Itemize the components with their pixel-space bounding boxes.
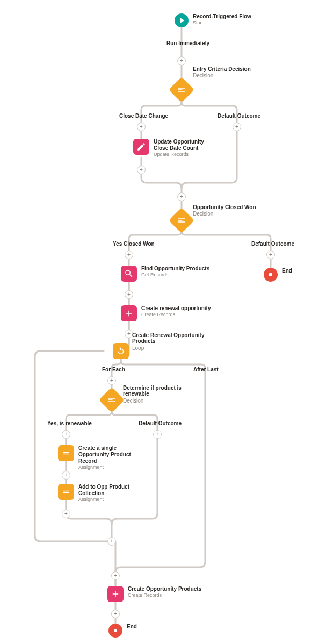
add-element-button[interactable]: + [177,192,186,201]
decision-icon [99,387,125,413]
start-node[interactable]: Record-Triggered Flow Start [175,13,251,27]
create-records-icon [107,586,124,602]
add-element-button[interactable]: + [111,610,120,618]
branch-yes-renewable: Yes, is renewable [47,420,92,426]
assignment-icon [58,445,74,461]
loop-node[interactable] [113,343,129,359]
get-records-title: Find Opportunity Products [141,266,209,272]
create-records-subtitle: Create Records [141,312,211,318]
add-element-button[interactable]: + [111,571,120,580]
assignment-subtitle-2: Assignment [78,497,143,503]
play-icon [175,13,189,27]
assignment-icon [58,484,74,500]
closed-won-subtitle: Decision [193,211,213,217]
add-element-button[interactable]: + [62,430,70,439]
end-node-1[interactable]: End [264,268,292,282]
assignment-subtitle: Assignment [78,464,148,470]
determine-title: Determine if product is renewable [123,385,187,397]
end-label-2: End [127,624,137,630]
branch-default-1: Default Outcome [218,113,260,119]
get-records-icon [121,266,137,282]
create-opportunity-products[interactable]: Create Opportunity Products Create Recor… [107,586,201,602]
add-element-button[interactable]: + [62,471,70,480]
decision-entry-criteria[interactable] [172,81,191,99]
add-element-button[interactable]: + [107,376,116,385]
add-to-collection[interactable]: Add to Opp Product Collection Assignment [58,484,143,503]
connectors [0,0,333,644]
update-close-date-count[interactable]: Update Opportunity Close Date Count Upda… [133,139,218,158]
start-title: Record-Triggered Flow [193,13,251,20]
add-element-button[interactable]: + [107,537,116,546]
add-element-button[interactable]: + [137,166,146,174]
branch-default-2: Default Outcome [251,241,294,247]
decision-renewable[interactable] [103,391,121,409]
closed-won-title: Opportunity Closed Won [193,204,256,210]
create-records-title-2: Create Opportunity Products [128,586,201,592]
add-element-button[interactable]: + [266,251,275,259]
add-element-button[interactable]: + [62,510,70,518]
update-records-subtitle: Update Records [154,152,218,158]
add-element-button[interactable]: + [137,123,146,131]
add-element-button[interactable]: + [125,290,133,299]
branch-yes-closed-won: Yes Closed Won [113,241,155,247]
create-renewal-opportunity[interactable]: Create renewal opportunity Create Record… [121,305,211,321]
determine-subtitle: Decision [123,398,143,404]
create-records-title: Create renewal opportunity [141,305,211,312]
decision-closed-won[interactable] [172,211,191,230]
add-element-button[interactable]: + [153,430,162,439]
find-opportunity-products[interactable]: Find Opportunity Products Get Records [121,266,209,282]
branch-close-date-change: Close Date Change [119,113,168,119]
assignment-title-2: Add to Opp Product Collection [78,484,143,497]
loop-subtitle: Loop [132,345,144,351]
decision-icon [169,77,194,103]
get-records-subtitle: Get Records [141,272,209,278]
stop-icon [108,624,122,638]
branch-default-3: Default Outcome [139,420,182,426]
add-element-button[interactable]: + [233,123,241,131]
create-single-opp-product[interactable]: Create a single Opportunity Product Reco… [58,445,148,470]
add-element-button[interactable]: + [125,251,133,259]
assignment-title: Create a single Opportunity Product Reco… [78,445,148,464]
end-label-1: End [282,268,292,274]
start-subtitle: Start [193,20,251,26]
after-last-label: After Last [193,367,219,373]
entry-decision-title: Entry Criteria Decision [193,66,251,72]
end-node-2[interactable]: End [108,624,137,638]
entry-decision-subtitle: Decision [193,73,213,78]
create-records-subtitle-2: Create Records [128,592,201,598]
run-immediately-label: Run Immediately [166,40,209,46]
flow-canvas[interactable]: { "start": { "title": "Record-Triggered … [0,0,333,644]
svg-rect-0 [269,273,272,276]
update-records-icon [133,139,149,155]
create-records-icon [121,305,137,321]
update-records-title: Update Opportunity Close Date Count [154,139,218,152]
for-each-label: For Each [102,367,125,373]
loop-title: Create Renewal Opportunity Products [132,332,207,344]
decision-icon [169,207,194,233]
add-element-button[interactable]: + [177,56,186,65]
stop-icon [264,268,278,282]
loop-icon [113,343,129,359]
svg-rect-1 [114,629,117,632]
